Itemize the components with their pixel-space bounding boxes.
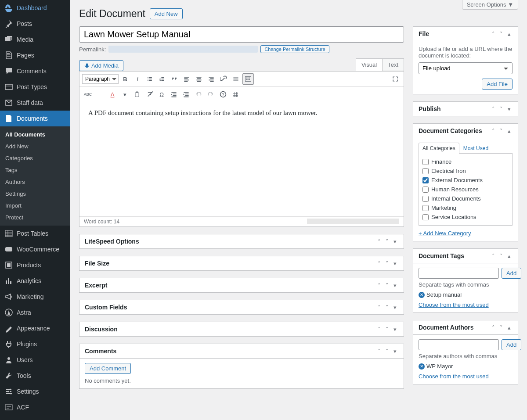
document-title-input[interactable]: [79, 26, 404, 43]
category-checkbox[interactable]: [422, 159, 429, 165]
chevron-down-icon[interactable]: ˅: [383, 304, 390, 311]
numbered-list-icon[interactable]: [156, 73, 168, 85]
chevron-down-icon[interactable]: ˅: [498, 30, 505, 37]
fullscreen-icon[interactable]: [390, 73, 401, 85]
indent-icon[interactable]: [180, 89, 192, 100]
caret-up-icon[interactable]: ▴: [505, 127, 513, 134]
format-select[interactable]: Paragraph: [82, 74, 119, 84]
sidebar-item-analytics[interactable]: Analytics: [0, 273, 70, 289]
sidebar-item-users[interactable]: Users: [0, 352, 70, 368]
add-file-button[interactable]: Add File: [482, 79, 513, 90]
sidebar-item-dashboard[interactable]: Dashboard: [0, 0, 70, 16]
outdent-icon[interactable]: [168, 89, 180, 100]
chevron-down-icon[interactable]: ˅: [383, 348, 390, 355]
chevron-up-icon[interactable]: ˄: [375, 326, 383, 333]
category-checkbox[interactable]: [422, 187, 429, 193]
blockquote-icon[interactable]: [169, 73, 180, 85]
chevron-down-icon[interactable]: ˅: [383, 282, 390, 289]
chevron-down-icon[interactable]: ˅: [383, 238, 390, 245]
category-checkbox[interactable]: [422, 177, 429, 183]
category-checkbox[interactable]: [422, 205, 429, 211]
chevron-down-icon[interactable]: ˅: [498, 105, 505, 112]
add-author-button[interactable]: Add: [502, 339, 521, 350]
tab-visual[interactable]: Visual: [356, 58, 382, 71]
align-right-icon[interactable]: [206, 73, 217, 85]
chevron-up-icon[interactable]: ˄: [490, 105, 497, 112]
caret-up-icon[interactable]: ▴: [505, 252, 513, 259]
sidebar-item-marketing[interactable]: Marketing: [0, 289, 70, 305]
file-source-select[interactable]: File upload: [419, 62, 513, 74]
chevron-down-icon[interactable]: ˅: [498, 252, 505, 259]
remove-author-icon[interactable]: ✕: [419, 363, 425, 370]
submenu-item-settings[interactable]: Settings: [0, 188, 70, 200]
submenu-item-tags[interactable]: Tags: [0, 164, 70, 176]
chevron-down-icon[interactable]: ˅: [383, 260, 390, 267]
category-item[interactable]: Electrical Iron: [422, 166, 509, 176]
caret-down-icon[interactable]: ▾: [391, 238, 398, 245]
sidebar-item-pages[interactable]: Pages: [0, 47, 70, 63]
add-new-button[interactable]: Add New: [150, 8, 183, 19]
chevron-up-icon[interactable]: ˄: [490, 252, 497, 259]
tab-text[interactable]: Text: [382, 58, 404, 71]
toolbar-toggle-icon[interactable]: [242, 73, 254, 85]
chevron-down-icon[interactable]: ˅: [498, 127, 505, 134]
caret-up-icon[interactable]: ▴: [505, 324, 513, 331]
align-left-icon[interactable]: [181, 73, 192, 85]
sidebar-item-acf[interactable]: ACF: [0, 399, 70, 405]
add-comment-button[interactable]: Add Comment: [85, 363, 131, 374]
submenu-item-import[interactable]: Import: [0, 200, 70, 212]
category-checkbox[interactable]: [422, 196, 429, 202]
chevron-up-icon[interactable]: ˄: [375, 304, 383, 311]
category-checkbox[interactable]: [422, 168, 429, 174]
category-item[interactable]: Marketing: [422, 203, 509, 212]
sidebar-item-staff-data[interactable]: Staff data: [0, 95, 70, 111]
author-input[interactable]: [419, 339, 499, 350]
category-item[interactable]: Service Locations: [422, 212, 509, 222]
sidebar-item-products[interactable]: Products: [0, 257, 70, 273]
chevron-up-icon[interactable]: ˄: [375, 348, 383, 355]
caret-down-icon[interactable]: ▾: [391, 304, 398, 311]
submenu-item-authors[interactable]: Authors: [0, 176, 70, 188]
caret-down-icon[interactable]: ▾: [391, 326, 398, 333]
redo-icon[interactable]: [205, 89, 217, 100]
chevron-up-icon[interactable]: ˄: [490, 127, 497, 134]
most-used-tags-link[interactable]: Choose from the most used: [419, 302, 489, 308]
category-item[interactable]: Finance: [422, 157, 509, 166]
link-icon[interactable]: [218, 73, 229, 85]
help-icon[interactable]: ?: [217, 89, 229, 100]
add-media-button[interactable]: Add Media: [79, 60, 123, 71]
specialchar-icon[interactable]: Ω: [156, 89, 167, 100]
sidebar-item-plugins[interactable]: Plugins: [0, 336, 70, 352]
sidebar-item-post-types[interactable]: Post Types: [0, 79, 70, 95]
caret-down-icon[interactable]: ▾: [391, 260, 398, 267]
add-category-link[interactable]: + Add New Category: [419, 230, 471, 237]
sidebar-item-appearance[interactable]: Appearance: [0, 320, 70, 336]
category-item[interactable]: Internal Documents: [422, 194, 509, 203]
tag-input[interactable]: [419, 268, 499, 279]
sidebar-item-post-tables[interactable]: Post Tables: [0, 226, 70, 241]
sidebar-item-tools[interactable]: Tools: [0, 368, 70, 384]
sidebar-item-woocommerce[interactable]: WooCommerce: [0, 241, 70, 257]
strikethrough-icon[interactable]: ABC: [82, 89, 94, 100]
caret-down-icon[interactable]: ▾: [505, 105, 513, 112]
submenu-item-protect[interactable]: Protect: [0, 212, 70, 223]
bold-icon[interactable]: B: [119, 73, 131, 85]
most-used-authors-link[interactable]: Choose from the most used: [419, 373, 489, 380]
submenu-item-categories[interactable]: Categories: [0, 152, 70, 164]
bullet-list-icon[interactable]: [144, 73, 155, 85]
sidebar-item-astra[interactable]: Astra: [0, 305, 70, 320]
chevron-down-icon[interactable]: ˅: [383, 326, 390, 333]
chevron-up-icon[interactable]: ˄: [490, 30, 497, 37]
caret-up-icon[interactable]: ▴: [505, 30, 513, 37]
category-item[interactable]: External Documents: [422, 176, 509, 185]
sidebar-item-posts[interactable]: Posts: [0, 16, 70, 32]
change-permalink-button[interactable]: Change Permalink Structure: [260, 45, 329, 53]
sidebar-item-comments[interactable]: Comments: [0, 63, 70, 79]
table-icon[interactable]: [230, 89, 241, 100]
sidebar-item-documents[interactable]: Documents: [0, 111, 70, 126]
tab-most-used[interactable]: Most Used: [459, 143, 492, 154]
chevron-up-icon[interactable]: ˄: [375, 282, 383, 289]
chevron-up-icon[interactable]: ˄: [490, 324, 497, 331]
textcolor-picker-icon[interactable]: ▾: [119, 89, 130, 100]
tab-all-categories[interactable]: All Categories: [419, 143, 459, 154]
